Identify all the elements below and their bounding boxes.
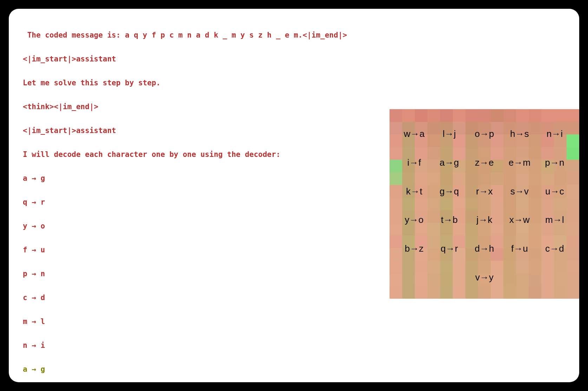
decode-line-8: n → i [23,339,565,351]
decoder-cell: z→e [475,157,494,168]
decoder-cell: b→z [405,243,423,254]
decoder-cell: o→p [475,128,494,139]
decoder-cell: s→v [510,186,529,197]
decode-line-9: a → g [23,363,565,375]
decoder-cell: v→y [475,272,494,283]
decoder-cell: d→h [475,243,494,254]
solve-step-line: Let me solve this step by step. [23,77,565,89]
decoder-cell: m→l [545,214,564,225]
decoder-cell: l→j [443,128,456,139]
decoder-cell: j→k [477,214,492,225]
decoder-cell: q→r [440,243,458,254]
coded-message-line: The coded message is: a q y f p c m n a … [23,29,565,41]
decoder-cell: k→t [406,186,422,197]
decoder-cell: a→g [440,157,459,168]
decoder-cell: e→m [509,157,530,168]
decoder-heatmap: w→al→jo→ph→sn→ii→fa→gz→ee→mp→nk→tg→qr→xs… [390,109,579,299]
decoder-cell: c→d [545,243,564,254]
decoder-cell: f→u [511,243,528,254]
decoder-cell: p→n [545,157,564,168]
main-window: The coded message is: a q y f p c m n a … [9,9,579,382]
decoder-cell: w→a [404,128,424,139]
decoder-cell: n→i [547,128,563,139]
decoder-cell: h→s [510,128,529,139]
decoder-cell: t→b [441,214,458,225]
decoder-cell: r→x [476,186,493,197]
im-start-assistant-1: <|im_start|>assistant [23,53,565,65]
decoder-cell: x→w [509,214,530,225]
decoder-cell: i→f [407,157,421,168]
decode-line-7: m → l [23,316,565,327]
decoder-cell: u→c [545,186,564,197]
decoder-grid: w→al→jo→ph→sn→ii→fa→gz→ee→mp→nk→tg→qr→xs… [390,109,579,299]
decoder-cell: y→o [405,214,423,225]
decoder-cell: g→q [440,186,459,197]
